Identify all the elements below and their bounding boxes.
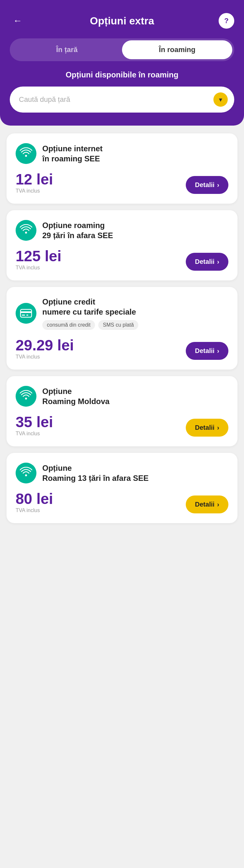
svg-point-6 <box>25 398 27 400</box>
details-button[interactable]: Detalii › <box>186 495 228 514</box>
price-vat: TVA inclus <box>16 431 53 437</box>
card-icon-wifi <box>16 386 36 407</box>
card-icon-wifi <box>16 143 36 164</box>
card-name-block: Opțiune roaming29 țări în afara SEE <box>42 220 113 241</box>
card-icon-wifi <box>16 463 36 484</box>
card-internet-roaming-see: Opțiune internetîn roaming SEE 12 lei TV… <box>6 133 238 204</box>
card-footer: 12 lei TVA inclus Detalii › <box>16 172 228 194</box>
help-button[interactable]: ? <box>219 13 234 29</box>
card-name: OpțiuneRoaming 13 țări în afara SEE <box>42 463 149 483</box>
arrow-right-icon: › <box>217 501 219 508</box>
details-label: Detalii <box>195 258 214 266</box>
card-credit-numere-speciale: Opțiune creditnumere cu tarife speciale … <box>6 287 238 370</box>
tab-in-tara[interactable]: În țară <box>12 40 122 59</box>
price-block: 12 lei TVA inclus <box>16 172 53 194</box>
cards-section: Opțiune internetîn roaming SEE 12 lei TV… <box>0 126 244 531</box>
card-name-block: Opțiune creditnumere cu tarife speciale … <box>42 297 138 330</box>
price-vat: TVA inclus <box>16 507 53 514</box>
price: 12 lei <box>16 172 53 187</box>
search-bar[interactable]: Caută după țară ▾ <box>10 87 234 113</box>
price: 35 lei <box>16 414 53 429</box>
card-footer: 35 lei TVA inclus Detalii › <box>16 414 228 437</box>
svg-point-7 <box>25 474 27 476</box>
card-name-block: OpțiuneRoaming 13 țări în afara SEE <box>42 463 149 483</box>
svg-point-1 <box>25 231 27 234</box>
price-vat: TVA inclus <box>16 354 74 360</box>
svg-rect-3 <box>21 311 32 313</box>
header-section: ← Opțiuni extra ? În țară În roaming Opț… <box>0 0 244 126</box>
back-arrow-icon: ← <box>13 16 22 26</box>
top-bar: ← Opțiuni extra ? <box>10 0 234 38</box>
card-roaming-moldova: OpțiuneRoaming Moldova 35 lei TVA inclus… <box>6 376 238 446</box>
card-roaming-29-tari: Opțiune roaming29 țări în afara SEE 125 … <box>6 210 238 280</box>
card-name-block: OpțiuneRoaming Moldova <box>42 386 110 406</box>
svg-rect-5 <box>26 315 28 316</box>
price-block: 29.29 lei TVA inclus <box>16 338 74 360</box>
card-header: Opțiune roaming29 țări în afara SEE <box>16 220 228 241</box>
help-icon: ? <box>224 17 228 25</box>
card-header: OpțiuneRoaming 13 țări în afara SEE <box>16 463 228 484</box>
card-footer: 29.29 lei TVA inclus Detalii › <box>16 338 228 360</box>
svg-point-0 <box>25 155 27 157</box>
price: 125 lei <box>16 249 61 264</box>
card-icon-wifi <box>16 220 36 241</box>
details-button[interactable]: Detalii › <box>186 253 228 271</box>
card-name: Opțiune creditnumere cu tarife speciale <box>42 297 138 317</box>
price-vat: TVA inclus <box>16 265 61 271</box>
card-name: Opțiune roaming29 țări în afara SEE <box>42 220 113 241</box>
arrow-right-icon: › <box>217 424 219 431</box>
price: 29.29 lei <box>16 338 74 353</box>
back-button[interactable]: ← <box>10 13 25 29</box>
card-header: Opțiune internetîn roaming SEE <box>16 143 228 164</box>
price: 80 lei <box>16 491 53 506</box>
card-icon-credit <box>16 303 36 324</box>
details-button[interactable]: Detalii › <box>186 176 228 194</box>
app-container: ← Opțiuni extra ? În țară În roaming Opț… <box>0 0 244 531</box>
tab-in-roaming[interactable]: În roaming <box>122 40 232 59</box>
details-label: Detalii <box>195 501 214 508</box>
card-name-block: Opțiune internetîn roaming SEE <box>42 144 102 164</box>
tab-container: În țară În roaming <box>10 38 234 61</box>
card-footer: 125 lei TVA inclus Detalii › <box>16 249 228 271</box>
card-name: Opțiune internetîn roaming SEE <box>42 144 102 164</box>
price-vat: TVA inclus <box>16 188 53 194</box>
details-button[interactable]: Detalii › <box>186 342 228 360</box>
tag: consumă din credit <box>42 320 95 330</box>
svg-rect-4 <box>22 315 25 316</box>
details-label: Detalii <box>195 424 214 431</box>
page-title: Opțiuni extra <box>25 15 219 27</box>
price-block: 125 lei TVA inclus <box>16 249 61 271</box>
svg-rect-2 <box>21 309 32 317</box>
card-footer: 80 lei TVA inclus Detalii › <box>16 491 228 514</box>
details-button[interactable]: Detalii › <box>186 419 228 437</box>
tag: SMS cu plată <box>98 320 138 330</box>
arrow-right-icon: › <box>217 181 219 189</box>
card-roaming-13-tari: OpțiuneRoaming 13 țări în afara SEE 80 l… <box>6 453 238 523</box>
details-label: Detalii <box>195 347 214 354</box>
arrow-right-icon: › <box>217 258 219 266</box>
price-block: 80 lei TVA inclus <box>16 491 53 514</box>
dropdown-button[interactable]: ▾ <box>213 92 228 107</box>
tags-container: consumă din creditSMS cu plată <box>42 320 138 330</box>
card-header: Opțiune creditnumere cu tarife speciale … <box>16 297 228 330</box>
section-title: Opțiuni disponibile în roaming <box>10 70 234 80</box>
chevron-down-icon: ▾ <box>219 96 222 103</box>
details-label: Detalii <box>195 181 214 189</box>
search-placeholder: Caută după țară <box>19 95 70 104</box>
card-name: OpțiuneRoaming Moldova <box>42 386 110 406</box>
card-header: OpțiuneRoaming Moldova <box>16 386 228 407</box>
price-block: 35 lei TVA inclus <box>16 414 53 437</box>
arrow-right-icon: › <box>217 347 219 354</box>
